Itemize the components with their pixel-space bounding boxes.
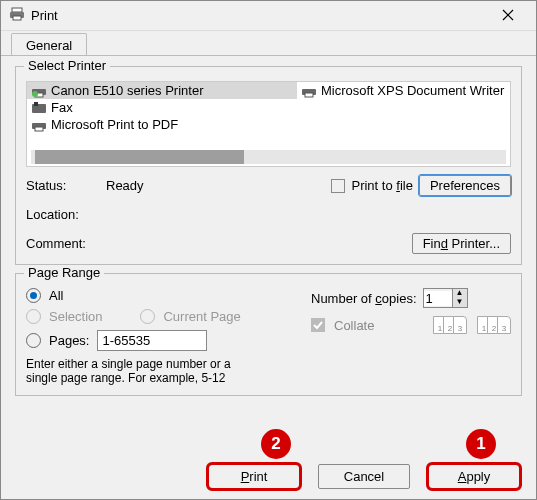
- close-icon[interactable]: [488, 7, 528, 25]
- printer-icon: [31, 84, 47, 98]
- collate-illustration: 123 123: [433, 316, 511, 334]
- legend-page-range: Page Range: [24, 265, 104, 280]
- printer-item-label: Fax: [51, 100, 73, 115]
- printer-icon: [301, 84, 317, 98]
- radio-pages-label: Pages:: [49, 333, 89, 348]
- print-to-file-checkbox[interactable]: Print to file: [331, 178, 413, 194]
- radio-all-label: All: [49, 288, 63, 303]
- fax-icon: [31, 101, 47, 115]
- tab-general[interactable]: General: [11, 33, 87, 55]
- collate-label: Collate: [334, 318, 374, 333]
- callout-badge: 1: [466, 429, 496, 459]
- printer-item-label: Microsoft Print to PDF: [51, 117, 178, 132]
- comment-label: Comment:: [26, 236, 106, 251]
- checkbox-icon: [331, 179, 345, 193]
- pages-hint: Enter either a single page number or a s…: [26, 357, 311, 385]
- status-label: Status:: [26, 178, 106, 193]
- print-dialog: Print General Select Printer Canon E510 …: [0, 0, 537, 500]
- apply-button[interactable]: Apply: [428, 464, 520, 489]
- status-value: Ready: [106, 178, 144, 193]
- copies-input[interactable]: [424, 291, 452, 306]
- printer-icon: [31, 118, 47, 132]
- cancel-button[interactable]: Cancel: [318, 464, 410, 489]
- spinner-down-icon[interactable]: ▼: [453, 298, 467, 307]
- titlebar: Print: [1, 1, 536, 31]
- radio-current-page: [140, 309, 155, 324]
- printer-item[interactable]: Canon E510 series Printer: [27, 82, 297, 99]
- printer-item[interactable]: Microsoft Print to PDF: [27, 116, 297, 133]
- find-printer-button[interactable]: Find Printer...: [412, 233, 511, 254]
- printer-item[interactable]: Microsoft XPS Document Writer: [297, 82, 511, 99]
- callout-badge: 2: [261, 429, 291, 459]
- radio-selection-label: Selection: [49, 309, 102, 324]
- radio-current-page-label: Current Page: [163, 309, 240, 324]
- print-button[interactable]: Print: [208, 464, 300, 489]
- svg-rect-2: [13, 16, 21, 20]
- window-title: Print: [31, 8, 488, 23]
- svg-rect-11: [35, 127, 43, 131]
- printer-item[interactable]: Fax: [27, 99, 297, 116]
- radio-all[interactable]: [26, 288, 41, 303]
- accel-underline: A: [458, 469, 467, 484]
- tab-panel-general: Select Printer Canon E510 series Printer…: [1, 55, 536, 451]
- preferences-button[interactable]: Preferences: [419, 175, 511, 196]
- svg-rect-9: [34, 102, 38, 106]
- svg-point-7: [32, 91, 38, 97]
- svg-rect-13: [305, 93, 313, 97]
- printer-item-label: Microsoft XPS Document Writer: [321, 83, 504, 98]
- location-label: Location:: [26, 207, 106, 222]
- collate-checkbox: [311, 318, 325, 332]
- accel-underline: f: [396, 178, 400, 193]
- printer-item-label: Canon E510 series Printer: [51, 83, 203, 98]
- group-select-printer: Select Printer Canon E510 series Printer…: [15, 66, 522, 265]
- accel-underline: d: [441, 236, 448, 251]
- printer-icon: [9, 7, 25, 24]
- scrollbar-thumb[interactable]: [35, 150, 244, 164]
- pages-input[interactable]: [97, 330, 207, 351]
- radio-selection: [26, 309, 41, 324]
- dialog-buttons: Print Cancel Apply: [208, 464, 520, 489]
- tabstrip: General: [1, 31, 536, 55]
- group-page-range: Page Range All Selection Current Page: [15, 273, 522, 396]
- radio-pages[interactable]: [26, 333, 41, 348]
- accel-underline: c: [375, 291, 382, 306]
- copies-label: Number of copies:: [311, 291, 417, 306]
- svg-rect-0: [12, 8, 22, 12]
- accel-underline: P: [241, 469, 250, 484]
- legend-select-printer: Select Printer: [24, 58, 110, 73]
- scrollbar-horizontal[interactable]: [31, 150, 506, 164]
- printer-list[interactable]: Canon E510 series Printer Fax Microsoft …: [26, 81, 511, 167]
- copies-spinner[interactable]: ▲ ▼: [423, 288, 468, 308]
